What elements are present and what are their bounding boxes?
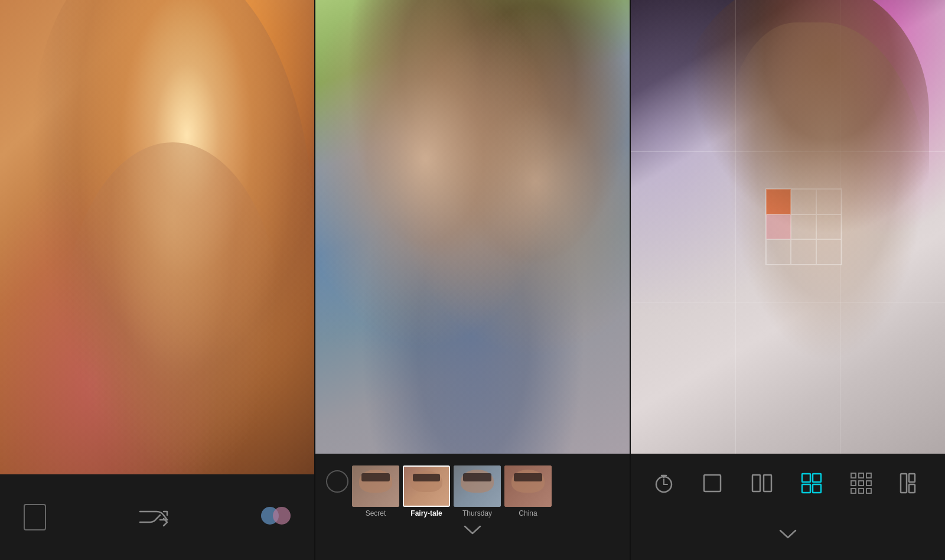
panel-left — [0, 0, 314, 560]
filter-thursday[interactable]: Thursday — [454, 465, 501, 517]
sidebar-layout-icon — [900, 472, 922, 494]
timer-icon — [654, 473, 674, 493]
guide-line-v1 — [735, 0, 736, 454]
grid-cell-6 — [766, 239, 791, 265]
svg-rect-18 — [909, 474, 915, 482]
panel-right — [630, 0, 945, 560]
grid-cell-8 — [816, 239, 842, 265]
svg-rect-3 — [764, 475, 771, 491]
grid-cell-0 — [766, 189, 791, 214]
photo-left — [0, 0, 314, 474]
svg-rect-7 — [813, 484, 821, 493]
svg-rect-4 — [802, 474, 810, 482]
svg-rect-10 — [866, 473, 871, 478]
guide-lines — [631, 0, 945, 454]
svg-rect-2 — [752, 475, 760, 491]
svg-rect-17 — [901, 474, 907, 493]
grid-cell-3 — [766, 214, 791, 240]
grid-controls-row — [643, 472, 933, 494]
frame-button[interactable] — [24, 504, 46, 530]
svg-rect-15 — [859, 489, 863, 493]
filter-person-china — [504, 465, 552, 507]
grid-overlay — [765, 188, 842, 265]
svg-rect-5 — [813, 474, 821, 482]
filter-thumb-img-china — [504, 465, 552, 507]
filter-label-thursday: Thursday — [462, 509, 492, 517]
panel-middle: Secret Fairy-tale Thursday — [314, 0, 630, 560]
svg-rect-12 — [859, 481, 863, 486]
chevron-down-right[interactable] — [779, 529, 797, 542]
shuffle-button[interactable] — [139, 507, 168, 528]
frame-icon — [24, 504, 46, 530]
nine-grid-button[interactable] — [850, 472, 872, 494]
svg-rect-11 — [851, 481, 856, 486]
filter-thumbnails: Secret Fairy-tale Thursday — [352, 465, 619, 517]
chevron-down-icon-middle — [464, 525, 481, 535]
four-grid-icon — [800, 472, 823, 494]
filter-label-fairytale: Fairy-tale — [410, 509, 442, 517]
svg-rect-6 — [802, 484, 810, 493]
svg-rect-1 — [704, 475, 721, 491]
four-grid-button[interactable] — [800, 472, 823, 494]
filter-secret[interactable]: Secret — [352, 465, 399, 517]
filter-person-thursday — [454, 465, 501, 507]
chevron-down-icon-right — [779, 529, 797, 539]
grid-cell-7 — [791, 239, 816, 265]
photo-middle-detail — [315, 0, 630, 454]
filter-fairytale[interactable]: Fairy-tale — [403, 465, 450, 517]
filter-circle-button[interactable] — [326, 470, 348, 493]
grid-cell-2 — [816, 189, 842, 214]
filter-strip: Secret Fairy-tale Thursday — [320, 461, 625, 517]
two-column-icon — [751, 472, 773, 494]
guide-line-h1 — [631, 151, 945, 152]
grid-cell-4 — [791, 214, 816, 240]
circle-pink — [273, 507, 291, 525]
nine-grid-icon — [850, 472, 872, 494]
bottom-bar-left — [0, 474, 314, 560]
svg-rect-19 — [909, 484, 915, 493]
filter-label-china: China — [519, 509, 537, 517]
sidebar-layout-button[interactable] — [900, 472, 922, 494]
two-column-button[interactable] — [751, 472, 773, 494]
guide-line-h2 — [631, 302, 945, 302]
single-frame-button[interactable] — [701, 472, 724, 494]
photo-middle — [315, 0, 630, 454]
filter-thumb-img-thursday — [454, 465, 501, 507]
timer-button[interactable] — [654, 473, 674, 493]
svg-rect-14 — [851, 489, 856, 493]
grid-cell-5 — [816, 214, 842, 240]
filter-circle-icon — [326, 470, 348, 493]
filter-label-secret: Secret — [366, 509, 386, 517]
svg-rect-16 — [866, 489, 871, 493]
grid-cell-1 — [791, 189, 816, 214]
photo-right — [631, 0, 945, 454]
filter-thumb-img-fairytale — [403, 465, 450, 507]
bottom-bar-right — [631, 454, 945, 560]
svg-rect-13 — [866, 481, 871, 486]
guide-line-v2 — [840, 0, 840, 454]
svg-rect-9 — [859, 473, 863, 478]
color-circles-icon — [261, 504, 291, 530]
bottom-bar-middle: Secret Fairy-tale Thursday — [315, 454, 630, 560]
svg-rect-8 — [851, 473, 856, 478]
filter-thumb-img-secret — [352, 465, 399, 507]
filter-person-secret — [352, 465, 399, 507]
filter-china[interactable]: China — [504, 465, 552, 517]
shuffle-icon — [139, 507, 168, 528]
filter-person-fairytale — [404, 467, 449, 506]
single-frame-icon — [701, 472, 724, 494]
color-adjust-button[interactable] — [261, 504, 291, 530]
chevron-down-middle[interactable] — [464, 525, 481, 538]
